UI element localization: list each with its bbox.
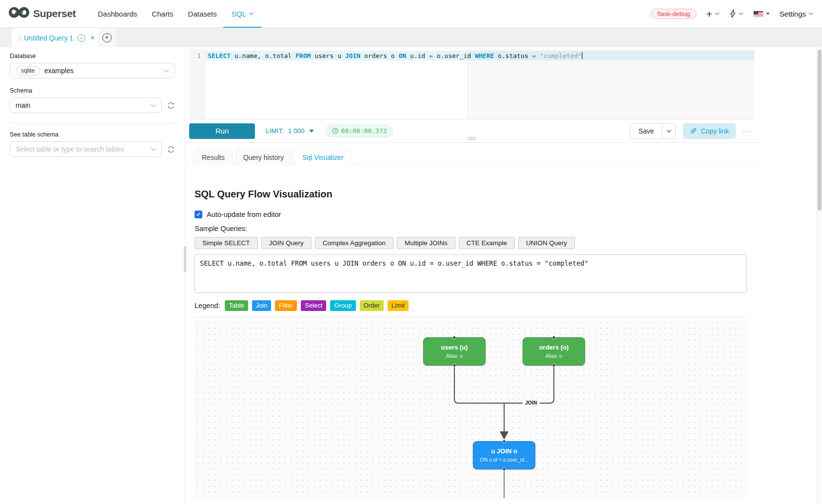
save-dropdown-button[interactable] (662, 123, 676, 139)
sample-query-simple-select[interactable]: Simple SELECT (195, 237, 258, 249)
nav-item-label: Dashboards (98, 10, 137, 18)
run-button[interactable]: Run (189, 123, 255, 139)
visualizer-sql-input[interactable]: SELECT u.name, o.total FROM users u JOIN… (195, 254, 747, 293)
pane-resize-handle[interactable] (468, 137, 476, 140)
node-handle-bottom[interactable] (503, 467, 506, 471)
chevron-down-icon (808, 12, 813, 15)
copy-link-label: Copy link (701, 127, 729, 135)
node-title: u JOIN o (473, 447, 535, 455)
timer-value: 00:00:00.372 (341, 127, 387, 135)
node-handle-top[interactable] (503, 440, 506, 443)
environment-badge: flask-debug (651, 9, 696, 19)
new-tab-button[interactable]: + (102, 33, 112, 42)
page-scrollbar[interactable] (816, 28, 822, 504)
main-nav: DashboardsChartsDatasetsSQL (90, 0, 260, 28)
flow-node-table-users[interactable]: users (u)Alias: u (423, 337, 486, 366)
editor-toolbar: Run LIMIT: 1 000 00:00:00.372 Save Copy … (185, 119, 759, 143)
refresh-tables-icon[interactable] (167, 145, 175, 154)
results-panel-tabs: ResultsQuery historySql Visualizer (185, 143, 759, 165)
scrollbar-thumb[interactable] (818, 50, 822, 211)
sql-token: = (532, 52, 536, 59)
nav-item-dashboards[interactable]: Dashboards (90, 0, 144, 28)
chevron-down-icon (666, 130, 671, 133)
limit-dropdown[interactable]: LIMIT: 1 000 (266, 127, 314, 135)
limit-label: LIMIT: (266, 127, 284, 135)
new-tab-card: + (98, 28, 116, 47)
tab-results[interactable]: Results (194, 149, 233, 165)
language-picker[interactable] (753, 11, 770, 17)
auto-update-checkbox[interactable]: ✓ (195, 211, 202, 218)
node-subtitle: ON u.id = o.user_id... (473, 457, 535, 463)
legend-badge-order: Order (360, 300, 384, 311)
more-actions-button[interactable]: ··· (743, 127, 753, 135)
legend-label: Legend: (195, 302, 220, 310)
settings-label: Settings (780, 10, 806, 18)
legend-badge-select: Select (301, 300, 326, 311)
node-title: users (u) (424, 344, 485, 351)
text-cursor (582, 52, 583, 59)
legend-row: Legend: TableJoinFilterSelectGroupOrderL… (195, 300, 747, 311)
nav-item-sql[interactable]: SQL (224, 0, 261, 28)
chevron-down-icon (151, 148, 156, 151)
sql-editor[interactable]: 1 SELECT u.name, o.total FROM users u JO… (189, 49, 755, 119)
close-tab-icon[interactable]: ✕ (90, 34, 95, 41)
limit-value: 1 000 (288, 127, 305, 135)
sample-query-cte-example[interactable]: CTE Example (459, 237, 515, 249)
chevron-down-icon (164, 69, 169, 73)
sample-queries-label: Sample Queries: (195, 225, 747, 233)
database-engine-badge: sqlite (16, 66, 40, 76)
refresh-schemas-icon[interactable] (167, 101, 175, 110)
node-handle-bottom[interactable] (453, 364, 456, 367)
schema-select[interactable]: main (10, 97, 162, 113)
sample-queries-row: Simple SELECTJOIN QueryComplex Aggregati… (195, 237, 747, 249)
sample-query-join-query[interactable]: JOIN Query (261, 237, 312, 249)
node-handle-top[interactable] (453, 336, 456, 339)
chevron-down-icon (739, 12, 744, 15)
flow-node-table-orders[interactable]: orders (o)Alias: o (523, 337, 585, 366)
sidebar-divider (10, 123, 175, 123)
editor-gutter: 1 (189, 49, 205, 119)
flow-node-join-node[interactable]: u JOIN oON u.id = o.user_id... (473, 441, 535, 469)
add-menu-button[interactable]: + (706, 9, 720, 19)
top-navbar: Superset DashboardsChartsDatasetsSQL fla… (0, 0, 822, 28)
query-tab-strip: Untitled Query 1 ✓ ✕ + (0, 28, 822, 47)
query-search-button[interactable] (729, 9, 744, 18)
node-handle-top[interactable] (552, 336, 556, 339)
clock-icon (332, 128, 338, 134)
schema-label: Schema (10, 87, 175, 94)
query-tab-active[interactable]: Untitled Query 1 ✓ ✕ (12, 28, 102, 47)
lightning-icon (729, 9, 736, 18)
join-edge-label: JOIN (523, 399, 540, 406)
sidebar-resize-handle[interactable] (184, 246, 186, 272)
save-button[interactable]: Save (630, 123, 662, 139)
nav-item-datasets[interactable]: Datasets (181, 0, 224, 28)
editor-code-area[interactable]: SELECT u.name, o.total FROM users u JOIN… (205, 49, 755, 119)
sql-token: ON (398, 52, 406, 59)
flow-canvas[interactable]: JOIN users (u)Alias: uorders (o)Alias: o… (195, 320, 747, 498)
page-title: SQL Query Flow Visualization (195, 189, 747, 200)
database-select[interactable]: sqlite examples (10, 63, 175, 78)
settings-menu[interactable]: Settings (780, 10, 813, 18)
node-handle-bottom[interactable] (552, 364, 556, 367)
node-title: orders (o) (523, 344, 585, 351)
sample-query-multiple-joins[interactable]: Multiple JOINs (397, 237, 455, 249)
caret-down-icon (766, 13, 770, 15)
sample-query-complex-aggregation[interactable]: Complex Aggregation (315, 237, 393, 249)
tab-sql-visualizer[interactable]: Sql Visualizer (294, 149, 352, 165)
nav-item-label: SQL (232, 10, 246, 18)
node-subtitle: Alias: o (523, 353, 585, 359)
nav-item-charts[interactable]: Charts (144, 0, 180, 28)
us-flag-icon (753, 11, 763, 17)
superset-infinity-icon (9, 6, 29, 21)
results-panel: ResultsQuery historySql Visualizer SQL Q… (185, 143, 759, 498)
section-divider (195, 317, 747, 317)
superset-logo[interactable]: Superset (9, 6, 76, 21)
tab-query-history[interactable]: Query history (235, 149, 292, 165)
sample-query-union-query[interactable]: UNION Query (518, 237, 575, 249)
table-schema-label: See table schema (10, 131, 175, 138)
table-select[interactable]: Select table or type to search tables (10, 141, 162, 157)
sql-visualizer-pane: SQL Query Flow Visualization ✓ Auto-upda… (185, 189, 759, 498)
schema-select-value: main (16, 101, 30, 109)
drag-dots-icon (19, 36, 20, 37)
copy-link-button[interactable]: Copy link (683, 123, 736, 139)
